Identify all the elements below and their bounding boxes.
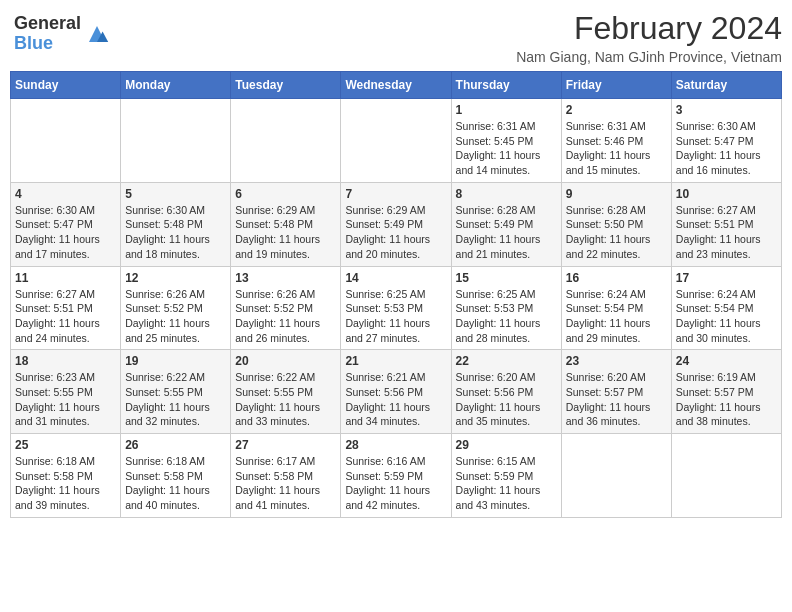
logo-line1: General bbox=[14, 14, 81, 34]
logo-icon bbox=[85, 22, 109, 46]
calendar-cell bbox=[561, 434, 671, 518]
day-number: 12 bbox=[125, 271, 226, 285]
day-number: 2 bbox=[566, 103, 667, 117]
day-info: Sunrise: 6:23 AMSunset: 5:55 PMDaylight:… bbox=[15, 370, 116, 429]
day-info: Sunrise: 6:29 AMSunset: 5:48 PMDaylight:… bbox=[235, 203, 336, 262]
day-info: Sunrise: 6:31 AMSunset: 5:45 PMDaylight:… bbox=[456, 119, 557, 178]
calendar-body: 1Sunrise: 6:31 AMSunset: 5:45 PMDaylight… bbox=[11, 99, 782, 518]
calendar-cell bbox=[231, 99, 341, 183]
day-number: 23 bbox=[566, 354, 667, 368]
day-number: 18 bbox=[15, 354, 116, 368]
day-info: Sunrise: 6:27 AMSunset: 5:51 PMDaylight:… bbox=[676, 203, 777, 262]
day-info: Sunrise: 6:22 AMSunset: 5:55 PMDaylight:… bbox=[235, 370, 336, 429]
weekday-wednesday: Wednesday bbox=[341, 72, 451, 99]
calendar-cell: 19Sunrise: 6:22 AMSunset: 5:55 PMDayligh… bbox=[121, 350, 231, 434]
day-number: 1 bbox=[456, 103, 557, 117]
day-number: 14 bbox=[345, 271, 446, 285]
calendar-cell: 12Sunrise: 6:26 AMSunset: 5:52 PMDayligh… bbox=[121, 266, 231, 350]
week-row-3: 18Sunrise: 6:23 AMSunset: 5:55 PMDayligh… bbox=[11, 350, 782, 434]
day-number: 16 bbox=[566, 271, 667, 285]
calendar-cell: 8Sunrise: 6:28 AMSunset: 5:49 PMDaylight… bbox=[451, 182, 561, 266]
day-info: Sunrise: 6:26 AMSunset: 5:52 PMDaylight:… bbox=[235, 287, 336, 346]
day-number: 21 bbox=[345, 354, 446, 368]
day-info: Sunrise: 6:30 AMSunset: 5:47 PMDaylight:… bbox=[15, 203, 116, 262]
header: General Blue February 2024 Nam Giang, Na… bbox=[10, 10, 782, 65]
weekday-tuesday: Tuesday bbox=[231, 72, 341, 99]
calendar-cell: 22Sunrise: 6:20 AMSunset: 5:56 PMDayligh… bbox=[451, 350, 561, 434]
calendar-cell: 6Sunrise: 6:29 AMSunset: 5:48 PMDaylight… bbox=[231, 182, 341, 266]
logo-line2: Blue bbox=[14, 34, 81, 54]
calendar-cell: 18Sunrise: 6:23 AMSunset: 5:55 PMDayligh… bbox=[11, 350, 121, 434]
day-number: 5 bbox=[125, 187, 226, 201]
calendar-cell: 4Sunrise: 6:30 AMSunset: 5:47 PMDaylight… bbox=[11, 182, 121, 266]
calendar-cell bbox=[121, 99, 231, 183]
weekday-monday: Monday bbox=[121, 72, 231, 99]
calendar-cell: 14Sunrise: 6:25 AMSunset: 5:53 PMDayligh… bbox=[341, 266, 451, 350]
day-info: Sunrise: 6:24 AMSunset: 5:54 PMDaylight:… bbox=[566, 287, 667, 346]
title-area: February 2024 Nam Giang, Nam GJinh Provi… bbox=[516, 10, 782, 65]
day-number: 11 bbox=[15, 271, 116, 285]
week-row-1: 4Sunrise: 6:30 AMSunset: 5:47 PMDaylight… bbox=[11, 182, 782, 266]
day-number: 28 bbox=[345, 438, 446, 452]
day-number: 22 bbox=[456, 354, 557, 368]
location-title: Nam Giang, Nam GJinh Province, Vietnam bbox=[516, 49, 782, 65]
calendar-cell: 20Sunrise: 6:22 AMSunset: 5:55 PMDayligh… bbox=[231, 350, 341, 434]
logo: General Blue bbox=[10, 10, 113, 58]
calendar-cell: 11Sunrise: 6:27 AMSunset: 5:51 PMDayligh… bbox=[11, 266, 121, 350]
calendar-cell bbox=[671, 434, 781, 518]
calendar-cell: 3Sunrise: 6:30 AMSunset: 5:47 PMDaylight… bbox=[671, 99, 781, 183]
day-number: 26 bbox=[125, 438, 226, 452]
day-info: Sunrise: 6:20 AMSunset: 5:56 PMDaylight:… bbox=[456, 370, 557, 429]
day-number: 25 bbox=[15, 438, 116, 452]
calendar-cell: 26Sunrise: 6:18 AMSunset: 5:58 PMDayligh… bbox=[121, 434, 231, 518]
day-number: 19 bbox=[125, 354, 226, 368]
weekday-saturday: Saturday bbox=[671, 72, 781, 99]
day-info: Sunrise: 6:25 AMSunset: 5:53 PMDaylight:… bbox=[345, 287, 446, 346]
day-number: 7 bbox=[345, 187, 446, 201]
day-number: 4 bbox=[15, 187, 116, 201]
week-row-0: 1Sunrise: 6:31 AMSunset: 5:45 PMDaylight… bbox=[11, 99, 782, 183]
day-info: Sunrise: 6:28 AMSunset: 5:49 PMDaylight:… bbox=[456, 203, 557, 262]
day-info: Sunrise: 6:18 AMSunset: 5:58 PMDaylight:… bbox=[15, 454, 116, 513]
logo-text: General Blue bbox=[14, 14, 81, 54]
weekday-friday: Friday bbox=[561, 72, 671, 99]
calendar-cell: 15Sunrise: 6:25 AMSunset: 5:53 PMDayligh… bbox=[451, 266, 561, 350]
weekday-header-row: SundayMondayTuesdayWednesdayThursdayFrid… bbox=[11, 72, 782, 99]
day-info: Sunrise: 6:16 AMSunset: 5:59 PMDaylight:… bbox=[345, 454, 446, 513]
weekday-thursday: Thursday bbox=[451, 72, 561, 99]
day-number: 6 bbox=[235, 187, 336, 201]
day-number: 29 bbox=[456, 438, 557, 452]
calendar-cell: 1Sunrise: 6:31 AMSunset: 5:45 PMDaylight… bbox=[451, 99, 561, 183]
day-number: 9 bbox=[566, 187, 667, 201]
day-number: 8 bbox=[456, 187, 557, 201]
day-info: Sunrise: 6:30 AMSunset: 5:48 PMDaylight:… bbox=[125, 203, 226, 262]
calendar-cell: 7Sunrise: 6:29 AMSunset: 5:49 PMDaylight… bbox=[341, 182, 451, 266]
day-number: 20 bbox=[235, 354, 336, 368]
calendar-cell: 29Sunrise: 6:15 AMSunset: 5:59 PMDayligh… bbox=[451, 434, 561, 518]
day-number: 27 bbox=[235, 438, 336, 452]
day-number: 17 bbox=[676, 271, 777, 285]
day-info: Sunrise: 6:25 AMSunset: 5:53 PMDaylight:… bbox=[456, 287, 557, 346]
calendar-cell: 25Sunrise: 6:18 AMSunset: 5:58 PMDayligh… bbox=[11, 434, 121, 518]
calendar-cell bbox=[341, 99, 451, 183]
calendar-cell: 16Sunrise: 6:24 AMSunset: 5:54 PMDayligh… bbox=[561, 266, 671, 350]
day-info: Sunrise: 6:21 AMSunset: 5:56 PMDaylight:… bbox=[345, 370, 446, 429]
day-info: Sunrise: 6:15 AMSunset: 5:59 PMDaylight:… bbox=[456, 454, 557, 513]
day-info: Sunrise: 6:27 AMSunset: 5:51 PMDaylight:… bbox=[15, 287, 116, 346]
week-row-4: 25Sunrise: 6:18 AMSunset: 5:58 PMDayligh… bbox=[11, 434, 782, 518]
day-number: 10 bbox=[676, 187, 777, 201]
calendar-cell: 9Sunrise: 6:28 AMSunset: 5:50 PMDaylight… bbox=[561, 182, 671, 266]
day-number: 3 bbox=[676, 103, 777, 117]
calendar-cell: 17Sunrise: 6:24 AMSunset: 5:54 PMDayligh… bbox=[671, 266, 781, 350]
day-info: Sunrise: 6:18 AMSunset: 5:58 PMDaylight:… bbox=[125, 454, 226, 513]
calendar-cell: 21Sunrise: 6:21 AMSunset: 5:56 PMDayligh… bbox=[341, 350, 451, 434]
calendar-cell: 10Sunrise: 6:27 AMSunset: 5:51 PMDayligh… bbox=[671, 182, 781, 266]
week-row-2: 11Sunrise: 6:27 AMSunset: 5:51 PMDayligh… bbox=[11, 266, 782, 350]
calendar: SundayMondayTuesdayWednesdayThursdayFrid… bbox=[10, 71, 782, 518]
calendar-cell: 2Sunrise: 6:31 AMSunset: 5:46 PMDaylight… bbox=[561, 99, 671, 183]
weekday-sunday: Sunday bbox=[11, 72, 121, 99]
day-number: 15 bbox=[456, 271, 557, 285]
day-info: Sunrise: 6:24 AMSunset: 5:54 PMDaylight:… bbox=[676, 287, 777, 346]
day-info: Sunrise: 6:30 AMSunset: 5:47 PMDaylight:… bbox=[676, 119, 777, 178]
day-info: Sunrise: 6:31 AMSunset: 5:46 PMDaylight:… bbox=[566, 119, 667, 178]
